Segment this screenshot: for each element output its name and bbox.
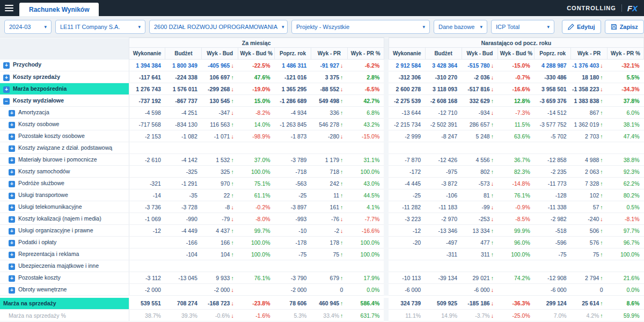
value-cell: 13 334↑ <box>462 225 498 237</box>
logo-letter-f: F <box>627 4 632 13</box>
table-row: Marża na sprzedaży %38.7%39.3%-0.6%↓-1.6… <box>0 310 644 321</box>
filter-icp[interactable]: ICP Total▾ <box>491 20 554 34</box>
filter-projects[interactable]: Projekty - Wszystkie▾ <box>291 20 430 34</box>
expand-icon[interactable]: + <box>9 287 15 294</box>
collapse-icon[interactable]: − <box>3 98 10 105</box>
row-label-cell[interactable]: +Usługi organizacyjne i prawne <box>0 225 129 237</box>
row-label-cell[interactable]: +Pozostałe koszty <box>0 272 129 284</box>
expand-icon[interactable]: + <box>3 62 10 69</box>
row-label-cell[interactable]: +Koszty związane z dział. podstawową <box>0 142 129 154</box>
expand-icon[interactable]: + <box>9 157 15 164</box>
value-cell <box>129 237 165 248</box>
row-label-cell[interactable]: +Ubezpieczenia majątkowe i inne <box>0 260 129 272</box>
row-label-cell[interactable]: +Marża bezpośrednia <box>0 83 129 95</box>
up-arrow-icon: ↑ <box>600 98 603 104</box>
value-cell: -1 071↓ <box>202 130 238 142</box>
expand-icon[interactable]: + <box>9 228 15 235</box>
expand-icon[interactable]: + <box>9 110 15 116</box>
filter-dataset[interactable]: Dane bazowe▾ <box>434 20 487 34</box>
filter-company[interactable]: LE11 IT Company S.A.▾ <box>55 20 145 34</box>
down-arrow-icon: ↓ <box>491 180 494 187</box>
value-cell: -2 000 <box>275 284 311 296</box>
expand-icon[interactable]: + <box>9 252 15 258</box>
row-label: Usługi telekomunikacyjne <box>18 203 82 210</box>
row-label-cell[interactable]: +Koszty samochodów <box>0 166 129 178</box>
row-label-cell[interactable]: +Obroty wewnętrzne <box>0 284 129 296</box>
row-label-cell[interactable]: +Pozostałe koszty osobowe <box>0 130 129 142</box>
group-gap-cell <box>384 83 389 95</box>
value-cell: 7 328↑ <box>571 178 608 189</box>
save-button[interactable]: Zapisz <box>605 20 644 34</box>
value-cell: 43.2% <box>347 119 384 130</box>
row-label: Marża na sprzedaży <box>3 300 56 306</box>
row-label-cell[interactable]: +Usługi telekomunikacyjne <box>0 201 129 213</box>
value-cell: 178↑ <box>311 237 347 248</box>
expand-icon[interactable]: + <box>9 145 15 152</box>
value-cell: 75.1% <box>238 178 275 189</box>
expand-icon[interactable]: + <box>3 86 10 93</box>
edit-button[interactable]: Edytuj <box>562 20 601 34</box>
table-row: +Amortyzacja-4 598-4 251-347↓-8.2%-4 934… <box>0 107 644 119</box>
column-header: Wykonanie <box>129 48 165 60</box>
value-cell: -1 263 845 <box>275 119 311 130</box>
value-cell: -7.3% <box>498 107 535 119</box>
expand-icon[interactable]: + <box>9 204 15 211</box>
row-label-cell[interactable]: −Koszty wydziałowe <box>0 95 129 107</box>
row-label-cell[interactable]: +Amortyzacja <box>0 107 129 119</box>
up-arrow-icon: ↑ <box>600 74 603 80</box>
value-cell: -19.0% <box>238 83 275 95</box>
row-label-cell[interactable]: Marża na sprzedaży % <box>0 310 129 321</box>
row-label-cell[interactable]: +Koszty sprzedaży <box>0 71 129 83</box>
up-arrow-icon: ↑ <box>340 239 343 246</box>
row-label-cell[interactable]: +Przychody <box>0 60 129 71</box>
group-gap-cell <box>384 201 389 213</box>
expand-icon[interactable]: + <box>9 216 15 223</box>
down-arrow-icon: ↓ <box>491 312 494 319</box>
row-label: Materiały biurowe i pomocnicze <box>18 156 97 163</box>
value-cell: 8.6% <box>608 298 644 310</box>
column-header: Poprz. rok <box>275 48 311 60</box>
filter-department[interactable]: 2600 DZIAŁ ROZWOJU OPROGRAMOWANIA▾ <box>149 20 288 34</box>
value-cell: -75 <box>275 248 311 260</box>
row-label-cell[interactable]: Marża na sprzedaży <box>0 298 129 310</box>
up-arrow-icon: ↑ <box>231 180 233 187</box>
row-label-cell[interactable]: +Materiały biurowe i pomocnicze <box>0 154 129 166</box>
group-gap-cell <box>384 260 389 272</box>
expand-icon[interactable]: + <box>9 169 15 175</box>
value-cell: -13 644 <box>389 107 425 119</box>
down-arrow-icon: ↓ <box>340 216 343 222</box>
value-cell: -2 610 <box>129 154 165 166</box>
row-label-cell[interactable]: +Podatki i opłaty <box>0 237 129 248</box>
expand-icon[interactable]: + <box>9 264 15 270</box>
row-label-cell[interactable]: +Koszty osobowe <box>0 119 129 130</box>
expand-icon[interactable]: + <box>9 134 15 140</box>
expand-icon[interactable]: + <box>9 122 15 128</box>
value-cell: 332 629↑ <box>462 95 498 107</box>
up-arrow-icon: ↑ <box>340 157 343 163</box>
value-cell: 1 365 295 <box>275 83 311 95</box>
expand-icon[interactable]: + <box>9 181 15 187</box>
row-label-cell[interactable]: +Reprezentacja i reklama <box>0 248 129 260</box>
value-cell: 116 563↑ <box>202 119 238 130</box>
expand-icon[interactable]: + <box>9 240 15 246</box>
expand-icon[interactable]: + <box>9 275 15 282</box>
value-cell: -253↓ <box>462 213 498 225</box>
up-arrow-icon: ↑ <box>491 239 494 246</box>
value-cell: -240↓ <box>571 213 608 225</box>
group-gap-cell <box>384 272 389 284</box>
row-label-cell[interactable]: +Usługi transportowe <box>0 189 129 201</box>
filter-period[interactable]: 2024-03▾ <box>4 20 52 34</box>
expand-icon[interactable]: + <box>3 75 10 81</box>
value-cell: -975 <box>425 166 462 178</box>
value-cell: -166 <box>165 237 202 248</box>
tab-rachunek-wynikow[interactable]: Rachunek Wyników <box>19 3 99 16</box>
value-cell: 2.8% <box>347 71 384 83</box>
value-cell: -12 908 <box>535 272 571 284</box>
row-label-cell[interactable]: +Koszty lokalizacji (najem i media) <box>0 213 129 225</box>
value-cell: -25.0% <box>498 310 535 321</box>
row-label-cell[interactable]: +Podróże służbowe <box>0 178 129 189</box>
expand-icon[interactable]: + <box>9 193 15 199</box>
value-cell <box>311 260 347 272</box>
value-cell: -14.8% <box>498 178 535 189</box>
hamburger-icon[interactable] <box>0 0 18 16</box>
